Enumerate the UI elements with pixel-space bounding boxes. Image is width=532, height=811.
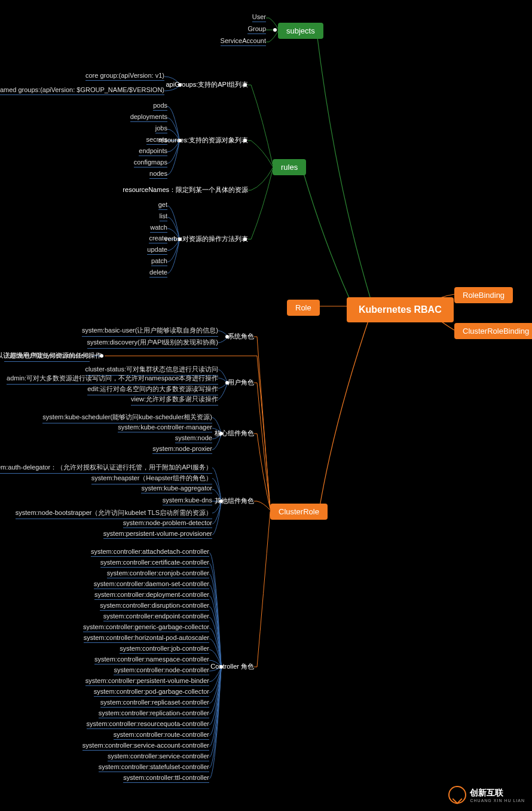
leaf: update — [147, 246, 167, 255]
leaf-sa: ServiceAccount — [221, 37, 266, 46]
leaf-controller: system:controller:pod-garbage-collector — [94, 688, 209, 697]
leaf: secrets — [146, 136, 167, 145]
leaf-controller: system:controller:attachdetach-controlle… — [91, 548, 209, 557]
leaf: system:persistent-volume-provisioner — [103, 530, 212, 539]
logo-icon — [445, 782, 470, 807]
leaf-controller: system:controller:persistent-volume-bind… — [85, 677, 209, 686]
leaf: get — [158, 201, 167, 210]
clusterrolebinding-node: ClusterRoleBinding — [454, 323, 532, 339]
leaf-controller: system:controller:endpoint-controller — [103, 612, 209, 621]
dot — [219, 499, 223, 503]
logo: 创新互联 CHUANG XIN HU LIAN — [448, 786, 525, 804]
leaf-controller: system:controller:job-controller — [120, 645, 209, 654]
leaf: view:允许对多数多谢只读操作 — [131, 395, 218, 406]
dot — [178, 139, 182, 142]
logo-main: 创新互联 — [470, 788, 503, 797]
leaf-controller: system:controller:daemon-set-controller — [94, 580, 209, 589]
leaf: jobs — [155, 124, 167, 133]
connection-lines — [0, 0, 532, 811]
dot — [243, 83, 247, 87]
cat-resources: resources:支持的资源对象列表 — [158, 136, 248, 145]
leaf-controller: system:controller:route-controller — [114, 731, 209, 740]
leaf-controller: system:controller:cronjob-controller — [107, 569, 209, 578]
dot — [178, 237, 182, 241]
leaf-controller: system:controller:resourcequota-controll… — [87, 720, 209, 729]
cat-userroles: 用户角色 — [228, 378, 254, 387]
rolebinding-node: RoleBinding — [454, 287, 513, 303]
leaf: system:kube-controller-manager — [118, 423, 212, 432]
leaf: edit:运行对命名空间内的大多数资源读写操作 — [87, 385, 218, 395]
leaf-controller: system:controller:replicaset-controller — [100, 699, 209, 708]
leaf: system:kube-dns — [163, 496, 212, 505]
leaf: endpoints — [139, 147, 167, 156]
leaf-controller: system:controller:disruption-controller — [100, 602, 209, 611]
leaf: system:node-bootstrapper（允许访问kubelet TLS… — [16, 508, 212, 519]
leaf: system:node-problem-detector — [123, 519, 212, 528]
cat-verbs: verbs:对资源的操作方法列表 — [164, 234, 248, 243]
cat-controllerroles: Controller 角色 — [210, 662, 254, 671]
rules-node: rules — [273, 159, 306, 175]
leaf-controller: system:controller:namespace-controller — [94, 655, 209, 664]
role-node: Role — [287, 300, 320, 316]
leaf: pods — [153, 102, 167, 111]
leaf: create — [149, 234, 167, 243]
leaf-controller: system:controller:statefulset-controller — [99, 763, 209, 772]
dot — [243, 237, 247, 241]
dot — [273, 28, 277, 32]
leaf: configmaps — [134, 158, 167, 167]
leaf-controller: system:controller:deployment-controller — [94, 591, 209, 600]
logo-sub: CHUANG XIN HU LIAN — [470, 798, 525, 803]
leaf: watch — [150, 224, 167, 233]
subjects-node: subjects — [278, 23, 323, 39]
leaf-controller: system:controller:certificate-controller — [100, 559, 209, 568]
leaf: system:basic-user(让用户能够读取自身的信息) — [82, 326, 218, 337]
cat-resnames: resourceNames：限定到某一个具体的资源 — [123, 185, 248, 194]
leaf: named groups:(apiVersion: $GROUP_NAME/$V… — [0, 86, 164, 95]
leaf-controller: system:controller:service-controller — [108, 752, 209, 761]
dot — [100, 354, 103, 358]
leaf-controller: system:controller:ttl-controller — [123, 774, 209, 783]
leaf: deployments — [130, 113, 167, 122]
root-node: Kubernetes RBAC — [347, 297, 454, 322]
leaf-controller: system:controller:node-controller — [114, 666, 209, 675]
dot — [219, 665, 223, 669]
leaf: patch — [151, 257, 167, 266]
leaf-user: User — [252, 13, 266, 22]
leaf: nodes — [149, 170, 167, 179]
leaf-controller: system:controller:service-account-contro… — [82, 742, 209, 751]
leaf: system:kube-aggregator — [141, 484, 212, 493]
cat-sysroles: 系统角色 — [228, 332, 254, 341]
leaf-group: Group — [247, 25, 266, 34]
dot — [219, 432, 223, 435]
leaf: system:node — [175, 434, 212, 443]
leaf: system:node-proxier — [152, 445, 212, 454]
leaf: list — [160, 212, 167, 221]
dot — [225, 381, 229, 385]
leaf: system:kube-scheduler(能够访问kube-scheduler… — [42, 413, 212, 423]
leaf: system:discovery(用户API级别的发现和协商) — [87, 338, 218, 349]
leaf: core group:(apiVersion: v1) — [85, 72, 164, 81]
dot — [243, 139, 247, 142]
dot — [178, 83, 182, 87]
leaf: delete — [149, 269, 167, 278]
leaf: admin:可对大多数资源进行读写访问，不允许对namespace本身进行操作 — [7, 374, 218, 385]
leaf-controller: system:controller:horizontal-pod-autosca… — [84, 634, 209, 643]
leaf-controller: system:controller:replication-controller — [99, 709, 209, 718]
leaf-controller: system:controller:generic-garbage-collec… — [83, 623, 209, 632]
leaf: system:heapster（Heapster组件的角色） — [91, 474, 212, 484]
leaf: system:auth-delegator：（允许对授权和认证进行托管，用于附加… — [0, 463, 212, 474]
clusterrole-node: ClusterRole — [270, 504, 328, 520]
dot — [225, 335, 229, 339]
leaf: 关联角色绑定system:masters — [4, 351, 90, 362]
